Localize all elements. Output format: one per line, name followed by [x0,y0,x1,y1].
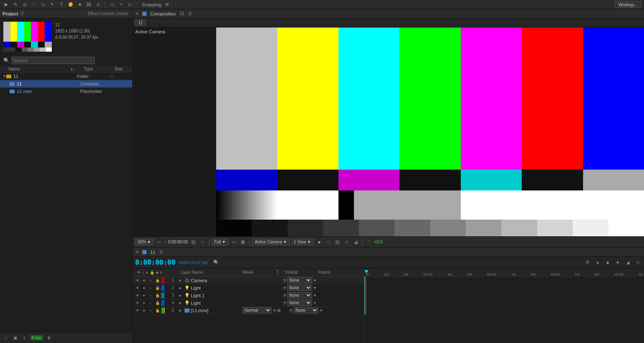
pixel-aspect-icon[interactable]: ▱ [343,238,350,246]
timeline-section: ✕ 11 ☰ 0:00:00:00 00000 (29.97 fps) 🔍 ⚙ … [133,248,644,343]
render-quality-icon[interactable]: ■ [315,238,323,246]
solo-icon[interactable]: ● [594,259,601,266]
timeline-timecode[interactable]: 0:00:00:00 [135,258,175,266]
layer-row[interactable]: 👁 ● ○ 🔓 2 ► 💡 Light [133,284,364,292]
align3-tool-icon[interactable]: ▷ [126,1,134,8]
layer-eye-icon[interactable]: 👁 [134,308,140,313]
layer-expand-icon[interactable]: ► [179,278,184,283]
layer-lock-icon[interactable]: 🔓 [154,293,160,298]
layer-eye-icon[interactable]: 👁 [134,293,140,298]
layer-eye-icon[interactable]: 👁 [134,300,140,306]
ruler-mark: 20f [531,273,535,276]
brush-tool-icon[interactable]: ✊ [67,1,74,8]
3d-layer-icon[interactable]: ◇ [634,259,641,266]
pen-tool-icon[interactable]: ✎ [48,1,56,8]
list-item[interactable]: 11 Compositi... [0,80,132,88]
layer-row[interactable]: 👁 ● ○ 🔓 4 ► 💡 Light [133,299,364,307]
view-mode-button[interactable]: Active Camera ▼ [252,239,289,245]
bpc-badge[interactable]: 8 bpc [30,335,43,340]
delete-icon[interactable]: 🗑 [46,335,53,341]
snapping-icon[interactable]: ✉ [163,1,171,8]
clone-tool-icon[interactable]: ★ [76,1,83,8]
markers-icon[interactable]: ▼ [614,259,621,266]
rotation-tool-icon[interactable]: ↻ [12,1,19,8]
project-menu-icon[interactable]: ☰ [20,11,25,16]
layer-lock-icon[interactable]: 🔓 [154,300,160,306]
layer-solo-icon[interactable]: ○ [148,308,154,313]
new-folder-icon[interactable]: □ [3,335,9,341]
puppet-tool-icon[interactable]: ⚔ [94,1,102,8]
render-icon[interactable]: ■ [604,259,611,266]
layer-eye-icon[interactable]: 👁 [134,285,140,291]
layer-solo-icon[interactable]: ○ [148,285,154,291]
layer-num: 3 [167,293,174,298]
list-item[interactable]: ▼ 11 Folder □ [0,73,132,80]
workspace-button[interactable]: Worksp... [615,1,641,8]
snapshot-btn[interactable]: ▤ [189,238,197,246]
new-comp-icon[interactable]: ▣ [12,335,18,341]
parent-select[interactable]: None [287,285,312,291]
layer-controls-icon[interactable]: ▤ [333,238,341,246]
comp-panel-menu[interactable]: ☰ [188,11,192,16]
layer-audio-icon[interactable]: ● [141,293,147,298]
zoom-button[interactable]: 50% ▼ [135,239,154,245]
close-timeline-icon[interactable]: ✕ [135,250,139,254]
search-timeline-icon[interactable]: 🔍 [212,259,220,266]
reset-exposure-icon[interactable]: ◝ [365,238,372,246]
close-comp-icon[interactable]: ✕ [135,11,139,16]
layer-solo-icon[interactable]: ○ [148,300,154,306]
motion-blur-icon[interactable]: ◢ [352,238,359,246]
eraser-tool-icon[interactable]: ⌧ [85,1,93,8]
parent-select[interactable]: None [287,300,312,306]
layer-audio-icon[interactable]: ● [141,308,147,313]
search-input[interactable] [11,57,95,64]
layer-expand-icon[interactable]: ► [179,286,184,290]
fit-button[interactable]: ▭ [155,238,163,246]
selection-tool-icon[interactable]: ▶ [3,1,10,8]
parent-select[interactable]: None [293,307,318,313]
align2-tool-icon[interactable]: ▿ [117,1,125,8]
anchor-tool-icon[interactable]: ○ [30,1,38,8]
solo-col-icon: ● [146,270,148,275]
comp-settings-icon[interactable]: ⚙ [584,259,591,266]
camera-tool-icon[interactable]: ◎ [21,1,28,8]
parent-select[interactable]: None [287,292,312,298]
layer-expand-icon[interactable]: ► [179,301,184,305]
layer-solo-icon[interactable]: ○ [148,293,154,298]
layer-expand-icon[interactable]: ► [179,293,184,298]
parent-select[interactable]: None [287,277,312,283]
view-count-button[interactable]: 1 View ▼ [291,239,314,245]
layer-color-swatch [161,285,164,291]
layer-eye-icon[interactable]: 👁 [134,278,140,283]
import-icon[interactable]: ⇓ [21,335,28,341]
list-item[interactable]: 11.mov Placeholder [0,88,132,95]
show-channel-btn[interactable]: ○ [199,238,206,246]
layer-audio-icon[interactable]: ● [141,285,147,291]
transparency-grid[interactable]: ▦ [239,238,247,246]
draft-3d-icon[interactable]: □ [324,238,332,246]
shape-tool-icon[interactable]: ▭ [39,1,47,8]
effect-controls-tab[interactable]: Effect Controls (none) [88,11,128,16]
layer-expand-icon[interactable]: ► [179,308,184,313]
align-tool-icon[interactable]: ◁ [108,1,116,8]
layer-lock-icon[interactable]: 🔓 [154,285,160,291]
motion-blur-tl-icon[interactable]: ◢ [624,259,631,266]
layer-row[interactable]: 👁 ● ○ 🔓 3 ► 💡 Light.1 [133,292,364,299]
bar-black9 [501,220,537,236]
layer-lock-icon[interactable]: 🔓 [154,278,160,283]
snapping2-icon[interactable]: ◦ [172,1,180,8]
sort-icon[interactable]: ▲ [70,67,73,71]
layer-solo-icon[interactable]: ○ [148,278,154,283]
layer-row[interactable]: 👁 ● ○ 🔓 5 ► [11.mov] Normal ▼ [133,307,364,314]
layer-audio-icon[interactable]: ● [141,300,147,306]
layer-row[interactable]: 👁 ● ○ 🔓 1 ► 🎥 Camera [133,277,364,284]
mode-select[interactable]: Normal [242,307,272,313]
region-of-interest[interactable]: ▭ [230,238,237,246]
timeline-menu[interactable]: ☰ [159,250,163,254]
layer-lock-icon[interactable]: 🔓 [154,308,160,313]
ruler-mark: 10f [384,273,389,276]
layer-audio-icon[interactable]: ● [141,278,147,283]
quality-button[interactable]: Full ▼ [212,239,228,245]
parent-link-icon: ◔ [283,300,286,305]
text-tool-icon[interactable]: T [58,1,65,8]
